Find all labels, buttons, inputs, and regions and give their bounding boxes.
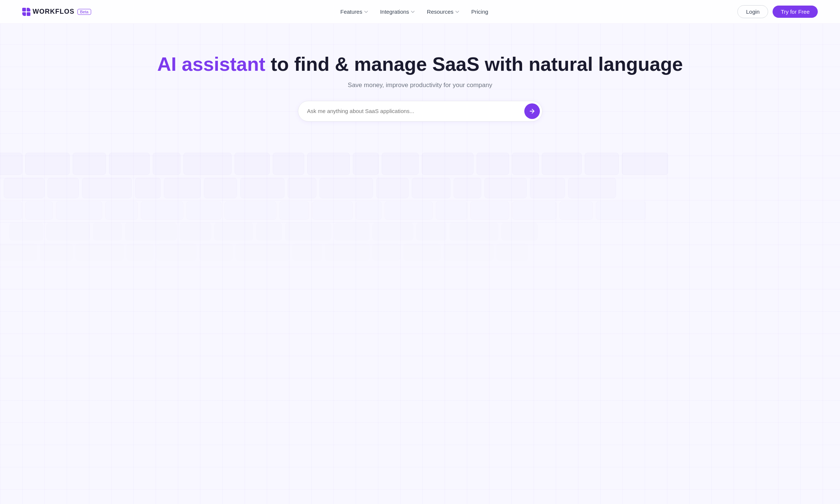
bg-app-card [73, 153, 106, 175]
bg-app-card [312, 201, 353, 220]
bg-app-card [225, 201, 276, 220]
bg-app-card [307, 153, 350, 175]
nav-item-integrations-label: Integrations [380, 9, 409, 15]
nav-item-pricing[interactable]: Pricing [466, 6, 494, 17]
search-bar [298, 101, 542, 122]
bg-app-card [319, 178, 373, 198]
bg-app-card [353, 153, 379, 175]
navbar: WORKFLOS Beta Features Integrations Reso… [0, 0, 840, 24]
login-button[interactable]: Login [737, 5, 768, 18]
nav-item-resources-label: Resources [427, 9, 454, 15]
bg-app-card [25, 201, 53, 220]
chevron-down-icon [411, 10, 415, 14]
bg-app-card [376, 178, 409, 198]
bg-app-card [288, 178, 316, 198]
bg-app-card [0, 153, 22, 175]
bg-app-card [56, 201, 102, 220]
bg-app-card [560, 201, 593, 220]
navbar-right: Login Try for Free [737, 5, 818, 18]
beta-badge: Beta [77, 9, 91, 15]
bg-app-card [596, 201, 646, 220]
bg-app-card [292, 243, 322, 261]
bg-app-card [40, 243, 73, 261]
bg-app-card [382, 153, 419, 175]
bg-app-card [477, 153, 509, 175]
bg-app-card [542, 153, 582, 175]
bg-app-card [256, 223, 282, 241]
bg-app-card [180, 223, 211, 241]
bg-app-card [235, 153, 270, 175]
bg-app-card [0, 243, 37, 261]
bg-app-card [127, 243, 153, 261]
navbar-left: WORKFLOS Beta [22, 8, 91, 16]
hero-title-rest: to find & manage SaaS with natural langu… [265, 53, 683, 75]
bg-app-card [236, 243, 289, 261]
hero-title-accent: AI assistant [157, 53, 265, 75]
bg-app-card [501, 223, 538, 241]
bg-app-card [9, 223, 43, 241]
bg-app-card [422, 153, 474, 175]
logo[interactable]: WORKFLOS [22, 8, 74, 16]
app-grid-row-5 [0, 242, 840, 262]
bg-app-card [204, 178, 237, 198]
bg-app-card [141, 201, 183, 220]
bg-app-card [530, 178, 565, 198]
bg-app-card [325, 243, 369, 261]
nav-item-features[interactable]: Features [335, 6, 373, 17]
bg-app-card [76, 243, 124, 261]
bg-app-card [470, 201, 509, 220]
hero-subtitle: Save money, improve productivity for you… [348, 82, 492, 89]
app-grid-background [0, 151, 840, 262]
nav-item-pricing-label: Pricing [471, 9, 488, 15]
bg-app-card [585, 153, 619, 175]
logo-text: WORKFLOS [33, 8, 74, 16]
bg-app-card [47, 178, 79, 198]
bg-app-card [93, 223, 122, 241]
bg-app-card [46, 223, 90, 241]
nav-item-integrations[interactable]: Integrations [375, 6, 420, 17]
search-submit-button[interactable] [524, 103, 540, 119]
bg-app-card [416, 223, 446, 241]
bg-app-card [279, 201, 309, 220]
nav-item-resources[interactable]: Resources [422, 6, 465, 17]
bg-app-card [25, 153, 70, 175]
bg-app-card [285, 223, 331, 241]
app-grid-row-4 [9, 221, 840, 242]
bg-app-card [444, 243, 494, 261]
bg-app-card [436, 201, 467, 220]
hero-title: AI assistant to find & manage SaaS with … [157, 53, 683, 76]
bg-app-card [183, 153, 232, 175]
bg-app-card [0, 201, 22, 220]
bg-app-card [404, 243, 441, 261]
bg-app-card [156, 243, 196, 261]
bg-app-card [125, 223, 177, 241]
bg-app-card [105, 201, 138, 220]
bg-app-card [214, 223, 253, 241]
hero-section: AI assistant to find & manage SaaS with … [0, 24, 840, 136]
bg-app-card [240, 178, 285, 198]
bg-app-card [199, 243, 233, 261]
chevron-down-icon [455, 10, 459, 14]
bg-app-card [334, 223, 369, 241]
bg-app-card [153, 153, 180, 175]
logo-icon [22, 8, 30, 16]
bg-app-card [568, 178, 616, 198]
bg-app-card [186, 201, 222, 220]
bg-app-card [454, 178, 481, 198]
search-input[interactable] [307, 108, 524, 114]
bg-app-card [273, 153, 304, 175]
bg-app-card [484, 178, 527, 198]
bg-app-card [82, 178, 132, 198]
app-grid-row-2 [4, 176, 840, 200]
navbar-nav: Features Integrations Resources Pricing [335, 6, 493, 17]
app-grid-row-1 [0, 151, 840, 176]
bg-app-card [4, 178, 44, 198]
bg-app-card [109, 153, 150, 175]
arrow-right-icon [529, 108, 535, 115]
bg-app-card [372, 223, 413, 241]
bg-app-card [622, 153, 668, 175]
bg-app-card [164, 178, 201, 198]
bg-app-card [372, 243, 401, 261]
bg-app-card [512, 201, 557, 220]
try-for-free-button[interactable]: Try for Free [773, 6, 818, 18]
